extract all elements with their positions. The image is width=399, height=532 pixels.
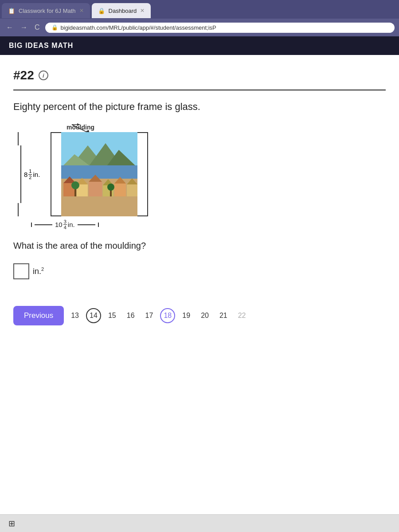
svg-marker-3	[77, 123, 80, 126]
bracket-right	[136, 132, 148, 216]
svg-point-26	[107, 184, 114, 191]
svg-point-24	[71, 181, 79, 189]
page-15[interactable]: 15	[105, 310, 120, 321]
svg-rect-15	[89, 182, 102, 196]
address-input[interactable]: 🔒 bigideasmath.com/MRL/public/app/#/stud…	[45, 23, 395, 33]
width-fraction: 3 4	[63, 219, 67, 230]
page-19[interactable]: 19	[179, 310, 194, 321]
site-name: BIG IDEAS MATH	[9, 42, 73, 49]
svg-rect-9	[61, 165, 137, 181]
page-13[interactable]: 13	[67, 310, 82, 321]
height-fraction: 1 2	[28, 168, 32, 180]
classwork-tab-icon: 📋	[8, 8, 15, 14]
address-bar: ← → C 🔒 bigideasmath.com/MRL/public/app/…	[0, 19, 399, 36]
back-button[interactable]: ←	[4, 23, 15, 32]
page-22[interactable]: 22	[235, 310, 250, 321]
bim-header: BIG IDEAS MATH	[0, 36, 399, 55]
dashboard-tab-label: Dashboard	[109, 8, 137, 14]
windows-button[interactable]: ⊞	[4, 516, 19, 531]
picture-image	[61, 132, 137, 216]
height-label: 8 1 2 in.	[24, 168, 47, 180]
dashboard-tab-icon: 🔒	[98, 8, 105, 14]
divider	[13, 90, 386, 90]
classwork-tab-close[interactable]: ✕	[79, 8, 84, 14]
page-20[interactable]: 20	[197, 310, 212, 321]
tab-bar: 📋 Classwork for 6J Math ✕ 🔒 Dashboard ✕	[0, 0, 399, 19]
page-16[interactable]: 16	[123, 310, 138, 321]
page-17[interactable]: 17	[142, 310, 157, 321]
page-18[interactable]: 18	[160, 308, 175, 323]
taskbar: ⊞	[0, 514, 399, 532]
svg-rect-21	[127, 184, 137, 196]
answer-unit: in.2	[33, 266, 44, 276]
main-content: #22 i Eighty percent of the picture fram…	[0, 55, 399, 532]
question-text: Eighty percent of the picture frame is g…	[13, 101, 386, 113]
dashboard-tab-close[interactable]: ✕	[140, 8, 145, 14]
page-21[interactable]: 21	[216, 310, 231, 321]
reload-button[interactable]: C	[33, 23, 42, 32]
page-14[interactable]: 14	[86, 308, 101, 323]
answer-area: in.2	[13, 263, 386, 279]
width-measurement: 10 3 4 in.	[55, 219, 75, 230]
info-icon[interactable]: i	[39, 70, 48, 80]
classwork-tab-label: Classwork for 6J Math	[19, 8, 76, 14]
pagination: Previous 13 14 15 16 17 18 19 20 21 22	[13, 306, 386, 325]
bottom-label-row: 10 3 4 in.	[31, 219, 386, 230]
lock-icon: 🔒	[51, 24, 58, 31]
tab-dashboard[interactable]: 🔒 Dashboard ✕	[92, 3, 151, 18]
svg-rect-19	[114, 184, 126, 196]
answer-input[interactable]	[13, 263, 29, 279]
address-text: bigideasmath.com/MRL/public/app/#/studen…	[61, 24, 216, 31]
frame-outer	[51, 132, 148, 216]
previous-button[interactable]: Previous	[13, 306, 64, 325]
frame-row: 8 1 2 in.	[18, 132, 386, 216]
question-num-label: #22	[13, 68, 34, 82]
diagram-container: moulding	[18, 123, 386, 230]
width-label: 10 3 4 in.	[31, 219, 99, 230]
forward-button[interactable]: →	[19, 23, 29, 32]
question-number: #22 i	[13, 68, 386, 82]
tab-classwork[interactable]: 📋 Classwork for 6J Math ✕	[2, 3, 90, 18]
browser-chrome: 📋 Classwork for 6J Math ✕ 🔒 Dashboard ✕ …	[0, 0, 399, 36]
sub-question: What is the area of the moulding?	[13, 241, 386, 251]
